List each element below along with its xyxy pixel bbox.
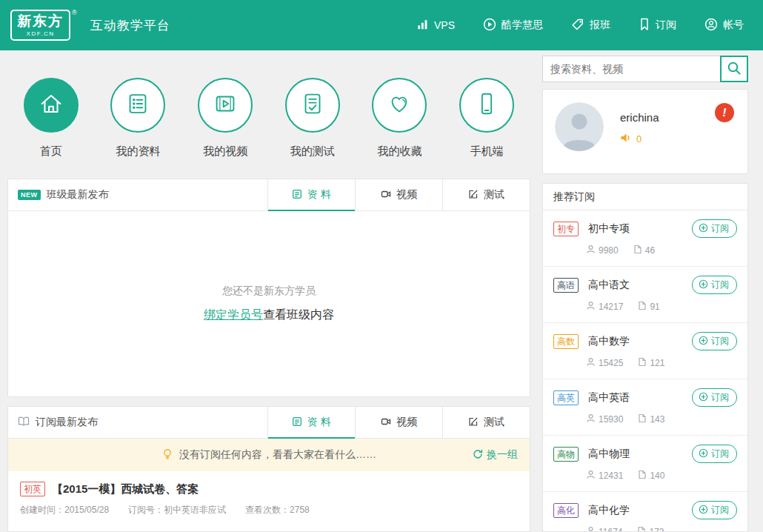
recommend-title[interactable]: 初中专项 [588,222,630,236]
subscriber-count: 14217 [599,302,623,312]
subscriber-count: 12431 [599,471,623,481]
recommend-title[interactable]: 高中化学 [588,504,630,517]
video-tab-icon [381,189,391,202]
subscriber-stat: 15930 [586,413,623,425]
subscribe-label: 订阅 [711,391,729,404]
change-group-button[interactable]: 换一组 [473,448,518,462]
recommend-item: 高物 高中物理 订阅 12431 140 [543,436,747,492]
file-stat: 143 [638,413,664,425]
alert-badge[interactable]: ! [713,102,736,124]
mobile-circle [459,78,514,133]
nav-item-vps[interactable]: VPS [416,18,455,33]
tag-icon [571,18,584,33]
new-badge: NEW [18,190,41,200]
recommend-header: 推荐订阅 [543,184,747,210]
video-player-icon [211,90,239,121]
quick-nav-mobile[interactable]: 手机端 [443,78,530,159]
bind-student-link[interactable]: 绑定学员号 [204,308,263,321]
platform-title: 互动教学平台 [90,17,170,34]
header-nav: VPS 酷学慧思 报班 订阅 帐号 [416,18,744,33]
subscriber-stat: 15425 [586,357,623,369]
file-stat: 173 [637,526,664,532]
feed-item-title[interactable]: 【2015一模】西城试卷、答案 [52,482,199,496]
quick-nav-label: 手机端 [470,144,504,159]
avatar[interactable] [555,102,604,151]
quick-nav-label: 我的测试 [290,144,335,159]
feed-tab-materials[interactable]: 资料 [267,407,355,438]
feed-panel-title: 订阅最新发布 [8,407,267,438]
class-tab-materials[interactable]: 资料 [267,179,355,210]
file-count: 140 [650,471,664,481]
recommend-title[interactable]: 高中英语 [588,391,630,405]
smartphone-icon [473,90,501,121]
subscribe-button[interactable]: 订阅 [692,501,737,519]
feed-tab-tests[interactable]: 测试 [442,407,530,438]
recommend-title[interactable]: 高中数学 [588,335,630,348]
nav-item-dingyue[interactable]: 订阅 [639,18,676,33]
play-circle-icon [483,18,496,33]
person-icon [586,470,596,482]
subject-badge: 高物 [553,447,579,462]
file-icon [638,470,647,482]
materials-tab-icon [292,416,302,429]
nav-label: VPS [434,19,455,31]
search-button[interactable] [720,56,748,82]
subscribe-button[interactable]: 订阅 [692,388,737,407]
xdf-logo[interactable]: 新东方 XDF.CN ® [10,10,77,41]
recommend-item-row: 高数 高中数学 订阅 [553,332,737,350]
subscribe-button[interactable]: 订阅 [692,332,737,350]
subscribe-button[interactable]: 订阅 [692,276,737,294]
subscriber-count: 15425 [599,358,623,368]
subscriber-count: 9980 [599,245,619,256]
subscriber-stat: 9980 [586,245,619,256]
quick-nav-videos[interactable]: 我的视频 [181,78,269,159]
class-panel-title: NEW 班级最新发布 [8,179,267,210]
class-tab-tests[interactable]: 测试 [442,179,530,210]
search-icon [727,61,742,78]
home-circle [24,78,79,133]
speaker-icon [620,133,632,145]
bookmark-icon [639,18,650,33]
subscribe-button[interactable]: 订阅 [692,445,737,463]
feed-list-item[interactable]: 初英 【2015一模】西城试卷、答案 创建时间：2015/05/28 订阅号：初… [8,471,530,525]
feed-tab-videos[interactable]: 视频 [355,407,442,438]
class-tab-videos[interactable]: 视频 [355,179,442,210]
subject-badge: 高英 [553,390,579,405]
recommend-item-row: 高化 高中化学 订阅 [553,501,737,519]
file-icon [633,245,642,256]
search-input[interactable] [542,56,720,82]
quick-nav-home[interactable]: 首页 [7,78,95,159]
not-student-text: 您还不是新东方学员 [222,285,316,298]
logo-name: 新东方 [17,13,64,30]
file-stat: 91 [638,301,659,313]
quick-nav-materials[interactable]: 我的资料 [95,78,182,159]
plus-circle-icon [699,392,708,404]
refresh-icon [473,449,483,462]
recommend-title[interactable]: 高中物理 [588,448,630,461]
no-subscription-notice: 没有订阅任何内容，看看大家在看什么…… 换一组 [8,439,530,471]
file-count: 91 [650,302,659,312]
recommend-panel: 推荐订阅 初专 初中专项 订阅 9980 [542,183,748,532]
bind-student-line: 绑定学员号查看班级内容 [204,307,334,323]
logo-domain: XDF.CN [17,30,64,37]
tests-circle [285,78,340,133]
materials-tab-icon [292,189,302,202]
quick-nav-label: 我的收藏 [377,144,422,159]
quick-nav-label: 首页 [40,144,62,159]
person-icon [586,301,596,313]
quick-nav-favorites[interactable]: 我的收藏 [356,78,444,159]
quick-nav-label: 我的视频 [203,144,247,159]
nav-item-account[interactable]: 帐号 [704,18,744,33]
subscribe-button[interactable]: 订阅 [692,219,737,238]
nav-item-baoban[interactable]: 报班 [571,18,610,33]
quick-nav-tests[interactable]: 我的测试 [269,78,356,159]
subject-badge: 初英 [20,482,45,496]
recommend-title[interactable]: 高中语文 [588,279,630,292]
subscriber-stat: 11674 [586,526,622,532]
tab-label: 资料 [307,416,334,429]
signal-bars-icon [416,19,429,33]
subscribe-label: 订阅 [711,335,729,348]
nav-item-kuxue[interactable]: 酷学慧思 [483,18,543,33]
search-bar [542,56,748,82]
voice-message-row[interactable]: 0 [620,133,659,145]
